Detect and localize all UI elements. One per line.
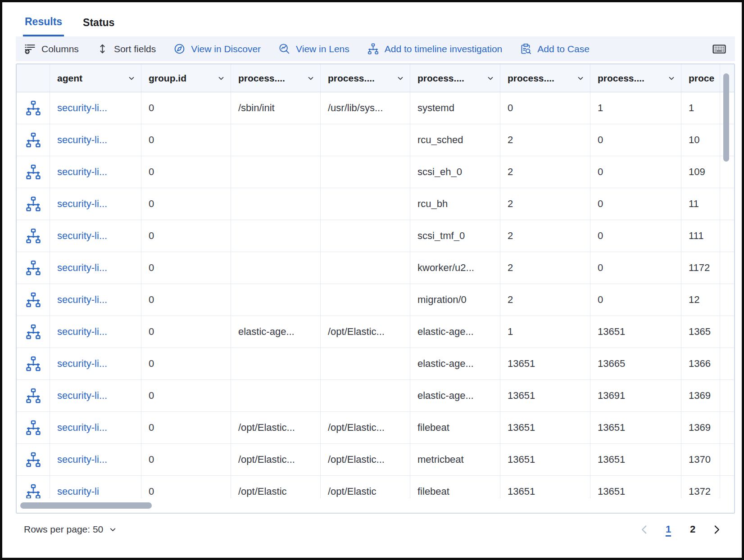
table-cell: 0 [590, 124, 681, 156]
view-in-lens-button[interactable]: View in Lens [279, 43, 349, 54]
analyze-event-icon[interactable] [26, 260, 41, 275]
columns-label: Columns [41, 44, 79, 54]
chevron-down-icon [396, 74, 404, 82]
vertical-scrollbar[interactable] [720, 64, 731, 499]
keyboard-icon[interactable] [712, 42, 726, 56]
analyze-event-icon[interactable] [26, 132, 41, 148]
column-header-label: process.... [417, 73, 464, 84]
sort-fields-button[interactable]: Sort fields [97, 43, 156, 54]
table-row: security-li...0/sbin/init/usr/lib/sys...… [17, 92, 734, 124]
pagination: 1 2 [639, 524, 722, 535]
analyze-event-icon[interactable] [26, 324, 41, 339]
tab-bar: Results Status [2, 2, 742, 36]
agent-link[interactable]: security-li... [57, 422, 107, 434]
chevron-down-icon [576, 74, 585, 82]
analyze-event-icon[interactable] [26, 356, 41, 371]
column-header-label: process.... [238, 73, 285, 84]
analyze-event-icon[interactable] [26, 388, 41, 403]
agent-link[interactable]: security-li... [57, 134, 107, 146]
discover-compass-icon [174, 43, 185, 54]
agent-link[interactable]: security-li... [57, 102, 107, 114]
vertical-scrollbar-thumb[interactable] [723, 73, 729, 162]
agent-link[interactable]: security-li... [57, 230, 107, 242]
agent-link[interactable]: security-li... [57, 358, 107, 370]
horizontal-scrollbar[interactable] [17, 498, 720, 513]
table-cell: 0 [141, 220, 231, 252]
horizontal-scrollbar-thumb[interactable] [20, 502, 152, 509]
table-cell: 13651 [500, 348, 590, 379]
analyze-event-icon[interactable] [26, 100, 41, 116]
column-header-6[interactable]: process.... [500, 64, 590, 92]
table-cell: 1365 [681, 316, 720, 348]
page-2-button[interactable]: 2 [687, 524, 698, 535]
table-cell: filebeat [410, 476, 500, 498]
column-header-1[interactable]: agent [50, 64, 141, 92]
agent-link[interactable]: security-li... [57, 326, 107, 338]
add-to-timeline-button[interactable]: Add to timeline investigation [367, 43, 503, 54]
agent-link[interactable]: security-li... [57, 262, 107, 274]
table-cell-agent: security-li... [50, 316, 141, 348]
table-cell: 13651 [590, 444, 681, 475]
table-cell: metricbeat [410, 444, 500, 475]
table-row: security-li...0elastic-age...13651136911… [17, 380, 734, 412]
column-header-5[interactable]: process.... [410, 64, 500, 92]
page-1-button[interactable]: 1 [663, 524, 674, 535]
table-cell: 0 [141, 316, 231, 348]
analyze-event-icon[interactable] [26, 452, 41, 467]
table-cell: /usr/lib/sys... [321, 92, 410, 124]
agent-link[interactable]: security-li... [57, 390, 107, 402]
agent-link[interactable]: security-li... [57, 454, 107, 465]
column-header-3[interactable]: process.... [231, 64, 321, 92]
table-cell-actions [17, 92, 50, 124]
table-cell-actions [17, 220, 50, 252]
chevron-down-icon [307, 74, 315, 82]
table-row: security-li...0scsi_tmf_020111 [17, 220, 734, 252]
table-cell: 0 [141, 156, 231, 188]
agent-link[interactable]: security-li [57, 486, 99, 497]
table-cell: 0 [590, 252, 681, 284]
table-cell-agent: security-li... [50, 124, 141, 156]
table-row: security-li...0elastic-age.../opt/Elasti… [17, 316, 734, 348]
tab-status[interactable]: Status [81, 16, 116, 36]
table-cell: 0 [141, 92, 231, 124]
view-in-discover-button[interactable]: View in Discover [174, 43, 261, 54]
agent-link[interactable]: security-li... [57, 294, 107, 306]
agent-link[interactable]: security-li... [57, 166, 107, 178]
column-header-2[interactable]: group.id [141, 64, 231, 92]
rows-per-page-button[interactable]: Rows per page: 50 [24, 524, 117, 535]
table-cell: 1369 [681, 380, 720, 411]
table-cell: 0 [141, 124, 231, 156]
agent-link[interactable]: security-li... [57, 198, 107, 210]
table-cell-actions [17, 316, 50, 348]
column-header-7[interactable]: process.... [590, 64, 681, 92]
chevron-down-icon [127, 74, 136, 82]
table-cell [231, 124, 321, 156]
chevron-down-icon [486, 74, 494, 82]
table-cell [321, 156, 410, 188]
columns-button[interactable]: Columns [24, 43, 79, 54]
analyze-event-icon[interactable] [26, 484, 41, 498]
analyze-event-icon[interactable] [26, 196, 41, 212]
previous-page-button[interactable] [639, 524, 649, 535]
analyze-event-icon[interactable] [26, 292, 41, 307]
analyze-event-icon[interactable] [26, 420, 41, 435]
table-cell-actions [17, 476, 50, 498]
results-table: agent group.id process.... process.... p… [16, 63, 735, 514]
table-cell: 1369 [681, 412, 720, 443]
column-header-8[interactable]: proce [681, 64, 720, 92]
sort-fields-label: Sort fields [114, 44, 156, 54]
table-cell: 13651 [590, 412, 681, 443]
table-cell [321, 188, 410, 220]
table-cell: /sbin/init [231, 92, 321, 124]
next-page-button[interactable] [712, 524, 722, 535]
table-cell: elastic-age... [410, 380, 500, 411]
table-cell: 13651 [500, 412, 590, 443]
column-header-4[interactable]: process.... [321, 64, 410, 92]
add-to-case-button[interactable]: Add to Case [520, 43, 590, 54]
analyze-event-icon[interactable] [26, 164, 41, 180]
analyze-event-icon[interactable] [26, 228, 41, 244]
table-cell: 13651 [500, 380, 590, 411]
table-cell [231, 188, 321, 220]
table-cell [231, 156, 321, 188]
tab-results[interactable]: Results [23, 16, 64, 36]
